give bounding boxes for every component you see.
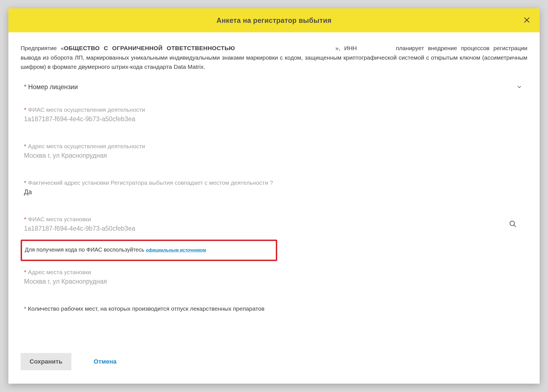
address-install-value: Москва г, ул Краснопрудная (24, 278, 524, 285)
address-activity-label: Адрес места осуществления деятельности (28, 143, 145, 149)
modal-footer: Сохранить Отмена (8, 344, 540, 384)
address-install-label: Адрес места установки (28, 269, 91, 275)
address-match-field: *Фактический адрес установки Регистратор… (24, 179, 524, 196)
search-icon[interactable] (509, 220, 517, 228)
intro-suffix-1: », ИНН (335, 45, 357, 51)
intro-prefix: Предприятие « (21, 45, 64, 51)
required-asterisk: * (24, 83, 26, 91)
intro-company: ОБЩЕСТВО С ОГРАНИЧЕННОЙ ОТВЕТСТВЕННОСТЬЮ (64, 45, 235, 51)
required-asterisk: * (24, 305, 26, 312)
svg-point-2 (510, 221, 515, 226)
required-asterisk: * (24, 269, 26, 275)
required-asterisk: * (24, 216, 26, 222)
modal-title: Анкета на регистратор выбытия (216, 16, 331, 25)
fias-install-value: 1a187187-f694-4e4c-9b73-a50cfeb3ea (24, 225, 524, 232)
fias-hint-highlight: Для получения кода по ФИАС воспользуйтес… (21, 240, 277, 261)
address-activity-value: Москва г, ул Краснопрудная (24, 152, 524, 159)
required-asterisk: * (24, 179, 26, 186)
modal-dialog: Анкета на регистратор выбытия Предприяти… (8, 8, 540, 384)
close-icon (523, 16, 530, 25)
address-install-field: *Адрес места установки Москва г, ул Крас… (24, 269, 524, 285)
address-match-label: Фактический адрес установки Регистратора… (28, 179, 273, 186)
fias-source-link[interactable]: официальным источником (146, 248, 206, 252)
fias-activity-label: ФИАС места осуществления деятельности (28, 106, 145, 113)
workplaces-label: Количество рабочих мест, на которых прои… (28, 305, 264, 312)
fias-activity-field: *ФИАС места осуществления деятельности 1… (24, 106, 524, 123)
close-button[interactable] (522, 15, 532, 25)
fias-activity-value: 1a187187-f694-4e4c-9b73-a50cfeb3ea (24, 115, 524, 123)
license-label: Номер лицензии (28, 83, 78, 91)
address-activity-field: *Адрес места осуществления деятельности … (24, 143, 524, 159)
intro-paragraph: Предприятие «ОБЩЕСТВО С ОГРАНИЧЕННОЙ ОТВ… (21, 43, 527, 72)
fias-hint-text: Для получения кода по ФИАС воспользуйтес… (25, 247, 146, 253)
form-scroll-area: *Номер лицензии *ФИАС места осуществлени… (21, 81, 527, 337)
cancel-button[interactable]: Отмена (85, 353, 125, 370)
chevron-down-icon (516, 84, 522, 90)
workplaces-field[interactable]: *Количество рабочих мест, на которых про… (24, 305, 524, 312)
modal-body: Предприятие «ОБЩЕСТВО С ОГРАНИЧЕННОЙ ОТВ… (8, 32, 540, 344)
fias-install-field[interactable]: *ФИАС места установки 1a187187-f694-4e4c… (24, 216, 524, 232)
address-match-value: Да (24, 188, 524, 196)
fias-install-label: ФИАС места установки (28, 216, 91, 222)
license-dropdown[interactable]: *Номер лицензии (21, 81, 527, 106)
required-asterisk: * (24, 106, 26, 113)
svg-line-3 (514, 225, 516, 227)
modal-header: Анкета на регистратор выбытия (8, 8, 540, 32)
save-button[interactable]: Сохранить (21, 353, 71, 370)
required-asterisk: * (24, 143, 26, 149)
